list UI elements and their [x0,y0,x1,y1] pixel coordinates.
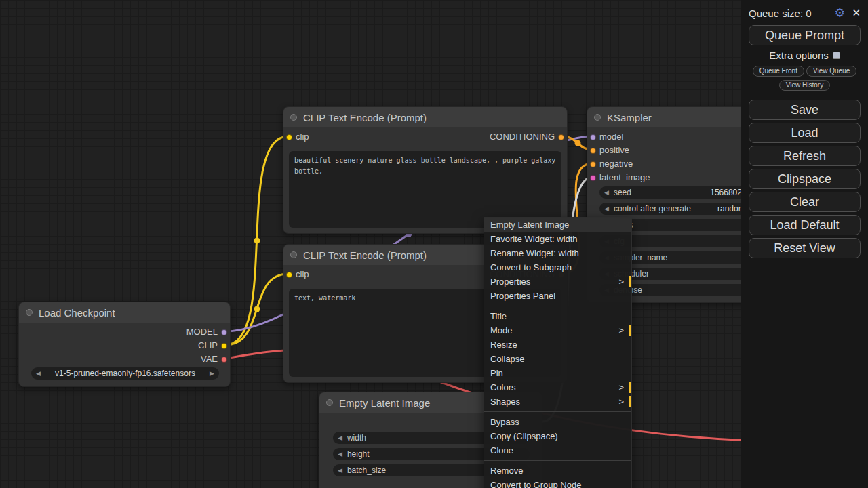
menu-item-label: Mode [490,325,513,336]
menu-item-label: Shapes [490,396,520,407]
output-dot-conditioning[interactable] [558,134,564,140]
menu-item-label: Colors [490,382,516,392]
load-button[interactable]: Load [749,123,861,143]
output-dot-model[interactable] [221,329,227,336]
context-menu-header: Empty Latent Image [484,218,631,232]
node-title: Load Checkpoint [39,307,115,319]
seed-widget[interactable]: ◀ seed 1566802087 [599,186,765,199]
arrow-left-icon[interactable]: ◀ [604,205,609,212]
widget-label: width [347,433,366,443]
node-collapse-icon[interactable] [594,114,601,121]
menu-item-remove[interactable]: Remove [484,464,631,478]
input-label-negative: negative [599,157,633,171]
input-dot-negative[interactable] [590,161,596,167]
submenu-arrow-icon: > [618,325,624,336]
queue-prompt-button[interactable]: Queue Prompt [749,25,861,45]
menu-item-mode[interactable]: Mode > [484,323,631,338]
node-collapse-icon[interactable] [326,399,333,406]
load-default-button[interactable]: Load Default [749,215,861,235]
queue-front-button[interactable]: Queue Front [753,66,804,77]
menu-item-title[interactable]: Title [484,309,631,323]
output-dot-clip[interactable] [221,343,227,349]
input-dot-clip[interactable] [286,272,292,278]
arrow-left-icon[interactable]: ◀ [36,370,41,377]
refresh-button[interactable]: Refresh [749,146,861,166]
submenu-arrow-icon: > [618,396,624,407]
node-collapse-icon[interactable] [290,114,297,121]
arrow-left-icon[interactable]: ◀ [604,189,609,196]
node-load-checkpoint[interactable]: Load Checkpoint MODEL CLIP VAE ◀ v1-5-pr… [18,302,231,387]
close-icon[interactable]: ✕ [852,7,861,19]
menu-separator [484,306,631,306]
input-label-model: model [599,130,623,144]
node-title: CLIP Text Encode (Prompt) [303,112,427,123]
node-title-bar[interactable]: CLIP Text Encode (Prompt) [283,107,567,127]
extra-options-label: Extra options [769,49,829,61]
settings-gear-icon[interactable]: ⚙ [834,7,845,19]
graph-canvas[interactable]: Load Checkpoint MODEL CLIP VAE ◀ v1-5-pr… [0,0,868,488]
menu-separator [484,460,631,461]
output-dot-vae[interactable] [221,357,227,363]
ckpt-name-value: v1-5-pruned-emaonly-fp16.safetensors [41,369,210,378]
input-dot-clip[interactable] [286,134,292,140]
node-collapse-icon[interactable] [290,251,297,258]
menu-item-copy-clipspace[interactable]: Copy (Clipspace) [484,429,631,443]
link-dot [575,140,581,146]
menu-item-collapse[interactable]: Collapse [484,352,631,366]
menu-item-pin[interactable]: Pin [484,366,631,380]
submenu-mark-icon [629,325,631,336]
menu-item-properties-panel[interactable]: Properties Panel [484,289,631,303]
menu-item-bypass[interactable]: Bypass [484,415,631,429]
arrow-right-icon[interactable]: ▶ [210,370,214,377]
output-label-vae: VAE [201,352,218,366]
menu-item-rename-widget[interactable]: Rename Widget: width [484,246,631,260]
node-title: CLIP Text Encode (Prompt) [303,249,427,261]
submenu-mark-icon [629,382,631,393]
widget-label: seed [614,188,631,197]
menu-item-resize[interactable]: Resize [484,338,631,352]
submenu-arrow-icon: > [618,277,624,287]
input-label-latent-image: latent_image [599,171,650,184]
save-button[interactable]: Save [749,100,861,120]
submenu-arrow-icon: > [618,382,624,392]
input-dot-positive[interactable] [590,148,596,154]
arrow-left-icon[interactable]: ◀ [338,451,342,458]
view-queue-button[interactable]: View Queue [806,66,856,77]
clear-button[interactable]: Clear [749,192,861,212]
output-label-clip: CLIP [198,339,218,352]
widget-label: control after generate [614,204,691,214]
node-title: KSampler [607,112,652,123]
clipspace-button[interactable]: Clipspace [749,169,861,189]
menu-item-shapes[interactable]: Shapes > [484,394,631,409]
arrow-left-icon[interactable]: ◀ [338,434,342,441]
link-dot [254,238,260,244]
ckpt-name-widget[interactable]: ◀ v1-5-pruned-emaonly-fp16.safetensors ▶ [31,367,219,380]
widget-label: batch_size [347,466,386,475]
control-after-generate-widget[interactable]: ◀ control after generate randomize [599,203,765,215]
menu-item-favorite-widget[interactable]: Favorite Widget: width [484,232,631,246]
menu-item-colors[interactable]: Colors > [484,380,631,394]
input-label-clip: clip [296,130,309,144]
node-collapse-icon[interactable] [26,309,33,316]
submenu-mark-icon [629,276,631,287]
menu-item-label: Properties [490,277,530,287]
menu-separator [484,411,631,412]
menu-item-convert-to-subgraph[interactable]: Convert to Subgraph [484,260,631,274]
reset-view-button[interactable]: Reset View [749,238,861,258]
input-dot-latent-image[interactable] [590,175,596,181]
input-label-positive: positive [599,144,629,157]
node-title: Empty Latent Image [339,397,430,409]
output-label-conditioning: CONDITIONING [490,130,555,144]
submenu-mark-icon [629,396,631,407]
menu-item-properties[interactable]: Properties > [484,274,631,289]
menu-item-clone[interactable]: Clone [484,443,631,458]
queue-size-label: Queue size: 0 [749,7,812,19]
extra-options-checkbox[interactable] [833,52,840,59]
comfy-menu: Queue size: 0 ⚙ ✕ Queue Prompt Extra opt… [741,0,868,488]
node-clip-text-encode-positive[interactable]: CLIP Text Encode (Prompt) clip CONDITION… [283,106,568,234]
menu-item-convert-to-group-node[interactable]: Convert to Group Node (Deprecated) [484,478,631,488]
input-dot-model[interactable] [590,134,596,140]
arrow-left-icon[interactable]: ◀ [338,467,342,474]
view-history-button[interactable]: View History [779,80,830,91]
node-title-bar[interactable]: Load Checkpoint [19,302,230,323]
